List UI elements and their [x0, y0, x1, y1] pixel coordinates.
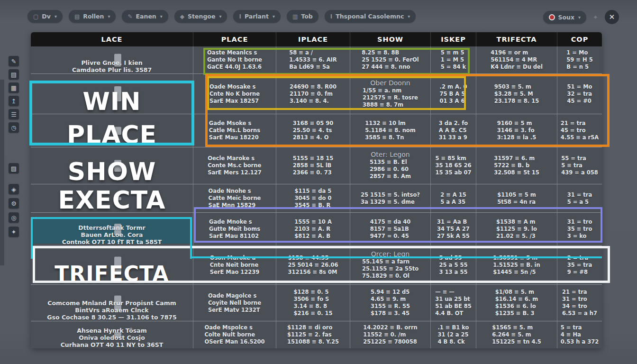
gear-icon[interactable]: ⚙ — [9, 198, 19, 209]
cell-line: 4175 ≡ da 40 — [370, 218, 411, 226]
cell-line: 25 a 5 55 — [439, 262, 468, 269]
cell-lace: TRIFECTA — [31, 246, 193, 284]
cell-iskep: 5 ≡ m 51 = M 55 = 84 k — [431, 46, 476, 73]
cell-line: 9477 = 0. 45 — [370, 233, 411, 240]
cell-line: 21 = tra — [561, 120, 599, 127]
cell-line: — ≡ — — [435, 289, 472, 296]
cell-lace: Plivre Gnoe. I kienCamdaote Plur lis. 35… — [31, 46, 193, 73]
toolbar-button-thsponal-casolemnc[interactable]: IThsponal Casolemnc▾ — [325, 10, 416, 23]
cell-line: OSerE Man 16.5200 — [204, 338, 264, 346]
upload-icon[interactable]: ↥ — [9, 96, 19, 106]
cell-line: 45 = tro — [561, 127, 599, 134]
cell-line: 3545 ≡ B. R — [295, 202, 332, 209]
table-row[interactable]: SHOWOecle Maroke sConte Ms.c borneSarE M… — [31, 147, 602, 184]
cell-line: 75 B A 5 — [440, 91, 467, 98]
toolbar-button-rollen[interactable]: ▤Rollen▾ — [69, 10, 116, 23]
cell-line: 31 (2 a 25 — [437, 331, 469, 338]
toolbar-button-label: Eanen — [136, 13, 156, 20]
cell-line: 25 5014 ≡ 26.06 — [288, 262, 338, 269]
toolbar-button-stengoe[interactable]: ◆Stengoe▾ — [174, 10, 228, 23]
cell-place: Oaste Meanlcs sGante No It borneGaCE 44.… — [193, 46, 276, 73]
record-button[interactable]: Soux ▾ — [543, 11, 587, 24]
cell-line: Catle Ms.L borns — [209, 127, 260, 134]
table-row[interactable]: Plivre Gnoe. I kienCamdaote Plur lis. 35… — [31, 46, 602, 73]
cell-line: 1 = M 5 — [441, 56, 466, 64]
cell-line: 25.1155 ≡ 2a 55to — [362, 265, 419, 273]
close-button[interactable]: ✕ — [605, 10, 619, 24]
table-row[interactable]: TRIFECTAOson Muroke aCnte Neit borneSerE… — [31, 246, 602, 284]
cell-line: 01 3 A 6 — [440, 98, 467, 105]
cell-line: 51 ab BE 85 — [435, 303, 472, 310]
cell-line: $3.28 ≡ 5. M — [494, 91, 539, 98]
cell-line: SarE Mau 81102 — [209, 233, 260, 240]
cell-show: 4175 ≡ da 408157 ≡ 5a1B9477 = 0. 45 — [350, 213, 431, 246]
cell-line: Comcome Mnland Rrur Propisnt Camm — [47, 300, 176, 307]
cell-line: 3506 ≡ fo S — [293, 296, 332, 303]
target-icon[interactable]: ◎ — [9, 212, 19, 223]
cell-line: 2986 ≡ 0. 60 — [370, 166, 411, 173]
cell-line: 21.02 ≡ 5. /3 — [496, 233, 537, 240]
pen-icon[interactable]: ✎ — [9, 56, 19, 66]
cell-iplace: $1128 ≡ di oro$1125 ≡ 2. fas151088 ≡ 8. … — [276, 321, 350, 348]
cell-line: Oecle Maroke s — [208, 155, 262, 162]
notes-icon[interactable]: ☰ — [9, 109, 19, 119]
cell-line: 51 = Mo — [567, 83, 592, 91]
cell-line: $1235 ≡ B. 3 — [495, 310, 538, 317]
cell-line: 3585 ≡ 8. Tn — [365, 134, 415, 141]
column-header-show: SHOW — [350, 32, 431, 46]
lock-icon[interactable]: ◈ — [9, 184, 19, 194]
cell-line: Camdaote Plur lis. 3587 — [72, 66, 152, 73]
cell-line: 4.65 ≡ 9. m — [371, 296, 410, 303]
cell-line: 5.94 ≡ 12 d5 — [371, 289, 410, 296]
cell-line: 5 ad 55 — [439, 255, 468, 262]
cell-iplace: 1555 ≡ 10 A2103 ≡ A. R$812 ≡ A. B — [276, 213, 350, 246]
toolbar-button-parlant[interactable]: IParlant▾ — [233, 10, 281, 23]
toolbar-button-tob[interactable]: ▥Tob — [287, 10, 318, 23]
cell-line: 6.264 ≡ 5. m — [492, 331, 541, 338]
cell-line: $1536 ≡ 6. lo — [495, 303, 538, 310]
chart-icon[interactable]: ▨ — [9, 163, 19, 173]
cell-place: Oade Mspolce sColte Nult borneOSerE Man … — [193, 321, 276, 348]
cell-line: 439 = a 058 — [561, 169, 598, 176]
grid-icon[interactable]: ▦ — [9, 82, 19, 93]
cell-line: 25.50 ≡ 4. ts — [293, 127, 334, 134]
column-header-iskep: ISKEP — [431, 32, 476, 46]
star-icon[interactable]: ✦ — [9, 227, 19, 237]
cell-line: 151225 ≡ tn 4.5 — [492, 338, 541, 346]
file-icon[interactable]: ▤ — [9, 69, 19, 80]
cell-line: 25 1525 ≡ 0. FerOl — [362, 56, 419, 64]
cell-line: Cnte Neit borne — [210, 262, 260, 269]
cell-line: 5 ≡ 85 km — [435, 155, 471, 162]
table-row[interactable]: Dtterrsoftank TormrBauen ArLoe. CoraCont… — [31, 212, 602, 246]
cell-line: 2103 ≡ A. R — [294, 226, 332, 233]
cell-cop: 2 = tra35 = tra9 = #8 — [557, 246, 602, 284]
cell-line: $1125 ≡ 2. fas — [287, 331, 339, 338]
sheet-icon: ▥ — [292, 13, 298, 20]
cell-line: 59 ≡ H 5 — [566, 56, 592, 64]
cell-line: 6.53 = a h7 — [562, 310, 597, 317]
cell-line: 55 = tra — [561, 155, 598, 162]
cell-line: $216 ≡ 0. 15 — [293, 310, 332, 317]
table-row[interactable]: Ahsena Hynrk TösamOniva oledost CosjoCur… — [31, 321, 602, 348]
big-label-execta: EXECTA — [58, 188, 166, 212]
table-row[interactable]: EXECTAOade Nnohe sCatte Meic borneSaE Mn… — [31, 184, 602, 212]
toolbar-right: Soux ▾ ✦ ✕ — [543, 10, 619, 24]
table-row[interactable]: Comcome Mnland Rrur Propisnt CammBintVrs… — [31, 284, 602, 321]
cell-show: 25 1515 ≡ 5. intso?3a 1329 ≡ 5. dme — [350, 184, 431, 212]
cell-line: 27 5k A 55 — [437, 233, 470, 240]
toolbar-button-eanen[interactable]: ✎Eanen▾ — [122, 10, 168, 23]
toolbar-button-dv[interactable]: ▢Dv▾ — [27, 10, 63, 23]
cell-line: 151088 ≡ 8. Y.25 — [287, 338, 339, 346]
screen-edge-shadow — [0, 80, 4, 265]
cell-iplace: 58 ≡ a /1.4533 ≡ 6. AIRBa Ld69 ≡ 5a — [276, 46, 350, 73]
table-row[interactable]: PLACEGade Msoke sCatle Ms.L bornsSarE Ma… — [31, 114, 602, 147]
big-label-show: SHOW — [68, 159, 156, 184]
cell-line: 31597 ≡ 6. m — [494, 155, 539, 162]
column-header-trifecta: TRIFECTA — [476, 32, 557, 46]
tool-icon[interactable]: ✦ — [593, 14, 598, 21]
toolbar-button-label: Rollen — [83, 13, 104, 20]
table-row[interactable]: WINOade Mosake sCnte No K borneSarE Max … — [31, 73, 602, 114]
clock-icon[interactable]: ◷ — [9, 122, 19, 133]
cell-line: SarE Mers 12.127 — [208, 169, 262, 176]
cell-line: 31 = Aa B — [437, 218, 470, 226]
